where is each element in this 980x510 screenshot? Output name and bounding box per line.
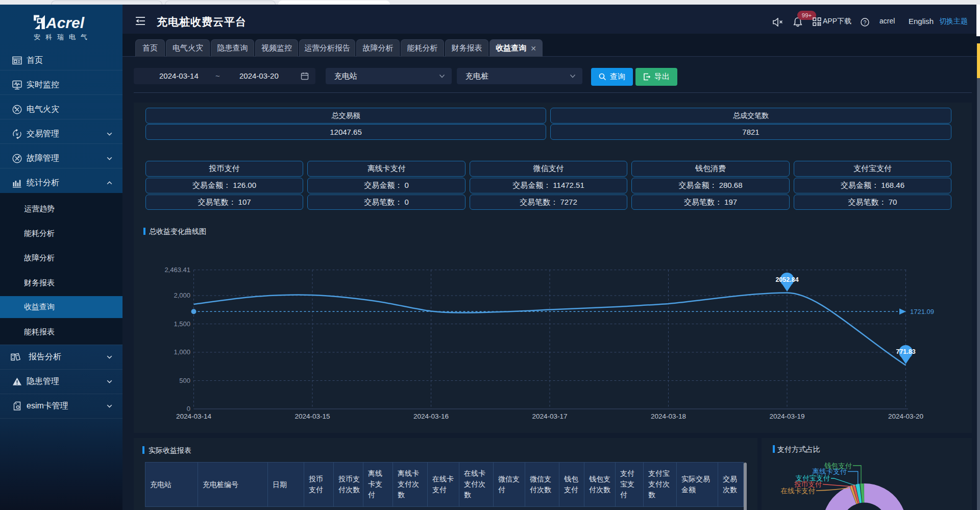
svg-text:2024-03-14: 2024-03-14 <box>176 412 212 420</box>
svg-text:2024-03-19: 2024-03-19 <box>769 412 804 420</box>
svg-text:2024-03-17: 2024-03-17 <box>532 412 567 420</box>
svg-text:1,500: 1,500 <box>174 320 190 328</box>
svg-text:1721.09: 1721.09 <box>910 308 934 315</box>
svg-text:?: ? <box>864 19 867 26</box>
svg-text:2,000: 2,000 <box>174 292 190 299</box>
svg-text:¥: ¥ <box>15 131 19 137</box>
svg-text:2024-03-20: 2024-03-20 <box>888 412 923 420</box>
svg-text:2024-03-18: 2024-03-18 <box>651 412 686 420</box>
svg-text:2024-03-16: 2024-03-16 <box>413 412 449 420</box>
svg-text:1,000: 1,000 <box>174 348 190 356</box>
svg-text:500: 500 <box>179 377 190 384</box>
svg-text:Acrel: Acrel <box>45 14 85 30</box>
svg-text:2,463.41: 2,463.41 <box>164 266 190 274</box>
svg-text:在线卡支付: 在线卡支付 <box>781 487 816 495</box>
svg-text:771.83: 771.83 <box>896 348 915 355</box>
svg-text:2024-03-15: 2024-03-15 <box>295 412 330 420</box>
svg-text:2052.84: 2052.84 <box>775 276 798 283</box>
svg-text:0: 0 <box>187 405 190 412</box>
